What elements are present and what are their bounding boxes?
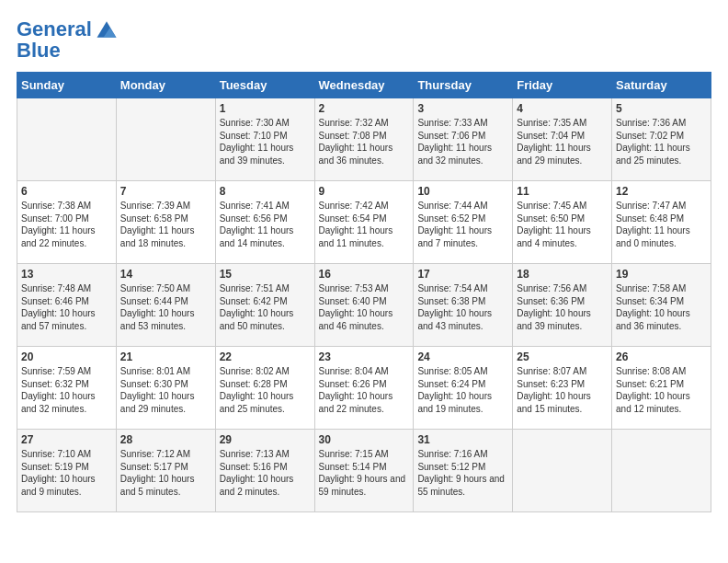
calendar-cell — [612, 430, 711, 512]
calendar-cell: 20Sunrise: 7:59 AM Sunset: 6:32 PM Dayli… — [17, 347, 117, 430]
day-info: Sunrise: 7:54 AM Sunset: 6:38 PM Dayligh… — [417, 283, 492, 331]
calendar-cell: 17Sunrise: 7:54 AM Sunset: 6:38 PM Dayli… — [414, 264, 513, 347]
calendar-cell: 4Sunrise: 7:35 AM Sunset: 7:04 PM Daylig… — [513, 98, 612, 181]
day-number: 20 — [21, 350, 112, 363]
calendar-cell: 11Sunrise: 7:45 AM Sunset: 6:50 PM Dayli… — [513, 181, 612, 264]
day-info: Sunrise: 8:01 AM Sunset: 6:30 PM Dayligh… — [120, 366, 195, 414]
day-number: 3 — [417, 102, 508, 115]
calendar-cell: 2Sunrise: 7:32 AM Sunset: 7:08 PM Daylig… — [314, 98, 414, 181]
day-info: Sunrise: 7:16 AM Sunset: 5:12 PM Dayligh… — [417, 449, 505, 497]
day-info: Sunrise: 8:08 AM Sunset: 6:21 PM Dayligh… — [616, 366, 690, 414]
day-number: 26 — [616, 350, 707, 363]
calendar-cell — [116, 98, 215, 181]
day-number: 1 — [220, 102, 311, 115]
day-number: 15 — [220, 268, 311, 281]
calendar-cell: 13Sunrise: 7:48 AM Sunset: 6:46 PM Dayli… — [17, 264, 117, 347]
calendar-cell: 30Sunrise: 7:15 AM Sunset: 5:14 PM Dayli… — [314, 430, 414, 512]
header: General Blue — [17, 17, 711, 63]
day-info: Sunrise: 7:41 AM Sunset: 6:56 PM Dayligh… — [220, 201, 294, 248]
day-info: Sunrise: 7:58 AM Sunset: 6:34 PM Dayligh… — [616, 283, 690, 331]
day-number: 22 — [220, 350, 311, 363]
calendar-cell: 8Sunrise: 7:41 AM Sunset: 6:56 PM Daylig… — [215, 181, 314, 264]
calendar-cell: 15Sunrise: 7:51 AM Sunset: 6:42 PM Dayli… — [215, 264, 314, 347]
day-number: 14 — [120, 268, 211, 281]
day-number: 24 — [417, 350, 508, 363]
day-info: Sunrise: 7:51 AM Sunset: 6:42 PM Dayligh… — [220, 283, 294, 331]
day-info: Sunrise: 7:10 AM Sunset: 5:19 PM Dayligh… — [21, 449, 96, 497]
day-number: 7 — [120, 185, 211, 198]
weekday-header: Sunday — [17, 73, 117, 98]
day-number: 29 — [220, 433, 311, 446]
calendar-week-row: 1Sunrise: 7:30 AM Sunset: 7:10 PM Daylig… — [17, 98, 711, 181]
calendar-cell: 26Sunrise: 8:08 AM Sunset: 6:21 PM Dayli… — [612, 347, 711, 430]
day-info: Sunrise: 8:05 AM Sunset: 6:24 PM Dayligh… — [417, 366, 492, 414]
day-info: Sunrise: 7:39 AM Sunset: 6:58 PM Dayligh… — [120, 201, 195, 248]
day-info: Sunrise: 7:13 AM Sunset: 5:16 PM Dayligh… — [220, 449, 294, 497]
day-number: 19 — [616, 268, 707, 281]
day-number: 16 — [319, 268, 410, 281]
calendar-cell: 21Sunrise: 8:01 AM Sunset: 6:30 PM Dayli… — [116, 347, 215, 430]
day-number: 10 — [417, 185, 508, 198]
page: General Blue SundayMondayTuesdayWednesda… — [0, 0, 728, 529]
calendar-cell: 16Sunrise: 7:53 AM Sunset: 6:40 PM Dayli… — [314, 264, 414, 347]
calendar-cell: 24Sunrise: 8:05 AM Sunset: 6:24 PM Dayli… — [414, 347, 513, 430]
calendar-cell: 6Sunrise: 7:38 AM Sunset: 7:00 PM Daylig… — [17, 181, 117, 264]
calendar-week-row: 13Sunrise: 7:48 AM Sunset: 6:46 PM Dayli… — [17, 264, 711, 347]
day-info: Sunrise: 7:48 AM Sunset: 6:46 PM Dayligh… — [21, 283, 96, 331]
calendar-cell: 1Sunrise: 7:30 AM Sunset: 7:10 PM Daylig… — [215, 98, 314, 181]
day-info: Sunrise: 7:12 AM Sunset: 5:17 PM Dayligh… — [120, 449, 195, 497]
day-number: 21 — [120, 350, 211, 363]
day-info: Sunrise: 7:50 AM Sunset: 6:44 PM Dayligh… — [120, 283, 195, 331]
calendar-cell: 27Sunrise: 7:10 AM Sunset: 5:19 PM Dayli… — [17, 430, 117, 512]
day-info: Sunrise: 7:53 AM Sunset: 6:40 PM Dayligh… — [319, 283, 393, 331]
calendar-cell: 29Sunrise: 7:13 AM Sunset: 5:16 PM Dayli… — [215, 430, 314, 512]
calendar-cell: 5Sunrise: 7:36 AM Sunset: 7:02 PM Daylig… — [612, 98, 711, 181]
calendar-cell — [17, 98, 117, 181]
logo: General Blue — [17, 17, 119, 63]
day-number: 8 — [220, 185, 311, 198]
day-number: 28 — [120, 433, 211, 446]
day-info: Sunrise: 7:42 AM Sunset: 6:54 PM Dayligh… — [319, 201, 393, 248]
calendar-week-row: 27Sunrise: 7:10 AM Sunset: 5:19 PM Dayli… — [17, 430, 711, 512]
day-info: Sunrise: 7:47 AM Sunset: 6:48 PM Dayligh… — [616, 201, 690, 248]
day-number: 9 — [319, 185, 410, 198]
weekday-header: Saturday — [612, 73, 711, 98]
calendar-cell: 18Sunrise: 7:56 AM Sunset: 6:36 PM Dayli… — [513, 264, 612, 347]
day-number: 25 — [517, 350, 608, 363]
day-info: Sunrise: 7:56 AM Sunset: 6:36 PM Dayligh… — [517, 283, 591, 331]
day-info: Sunrise: 7:33 AM Sunset: 7:06 PM Dayligh… — [417, 118, 492, 166]
day-number: 5 — [616, 102, 707, 115]
day-info: Sunrise: 8:04 AM Sunset: 6:26 PM Dayligh… — [319, 366, 393, 414]
calendar-cell: 7Sunrise: 7:39 AM Sunset: 6:58 PM Daylig… — [116, 181, 215, 264]
weekday-header: Friday — [513, 73, 612, 98]
day-number: 23 — [319, 350, 410, 363]
calendar-table: SundayMondayTuesdayWednesdayThursdayFrid… — [17, 72, 711, 512]
calendar-week-row: 20Sunrise: 7:59 AM Sunset: 6:32 PM Dayli… — [17, 347, 711, 430]
calendar-cell: 12Sunrise: 7:47 AM Sunset: 6:48 PM Dayli… — [612, 181, 711, 264]
day-number: 17 — [417, 268, 508, 281]
logo-text: General — [17, 18, 92, 40]
day-info: Sunrise: 7:15 AM Sunset: 5:14 PM Dayligh… — [319, 449, 406, 497]
weekday-header: Wednesday — [314, 73, 414, 98]
day-number: 11 — [517, 185, 608, 198]
calendar-cell: 31Sunrise: 7:16 AM Sunset: 5:12 PM Dayli… — [414, 430, 513, 512]
day-info: Sunrise: 7:32 AM Sunset: 7:08 PM Dayligh… — [319, 118, 393, 166]
calendar-week-row: 6Sunrise: 7:38 AM Sunset: 7:00 PM Daylig… — [17, 181, 711, 264]
day-number: 6 — [21, 185, 112, 198]
calendar-cell: 3Sunrise: 7:33 AM Sunset: 7:06 PM Daylig… — [414, 98, 513, 181]
calendar-cell: 25Sunrise: 8:07 AM Sunset: 6:23 PM Dayli… — [513, 347, 612, 430]
calendar-cell: 14Sunrise: 7:50 AM Sunset: 6:44 PM Dayli… — [116, 264, 215, 347]
day-info: Sunrise: 7:36 AM Sunset: 7:02 PM Dayligh… — [616, 118, 690, 166]
day-info: Sunrise: 8:02 AM Sunset: 6:28 PM Dayligh… — [220, 366, 294, 414]
day-info: Sunrise: 7:45 AM Sunset: 6:50 PM Dayligh… — [517, 201, 591, 248]
day-number: 18 — [517, 268, 608, 281]
day-info: Sunrise: 7:44 AM Sunset: 6:52 PM Dayligh… — [417, 201, 492, 248]
day-number: 12 — [616, 185, 707, 198]
day-number: 27 — [21, 433, 112, 446]
header-row: SundayMondayTuesdayWednesdayThursdayFrid… — [17, 73, 711, 98]
day-info: Sunrise: 8:07 AM Sunset: 6:23 PM Dayligh… — [517, 366, 591, 414]
calendar-cell: 22Sunrise: 8:02 AM Sunset: 6:28 PM Dayli… — [215, 347, 314, 430]
weekday-header: Thursday — [414, 73, 513, 98]
calendar-cell: 28Sunrise: 7:12 AM Sunset: 5:17 PM Dayli… — [116, 430, 215, 512]
calendar-cell — [513, 430, 612, 512]
